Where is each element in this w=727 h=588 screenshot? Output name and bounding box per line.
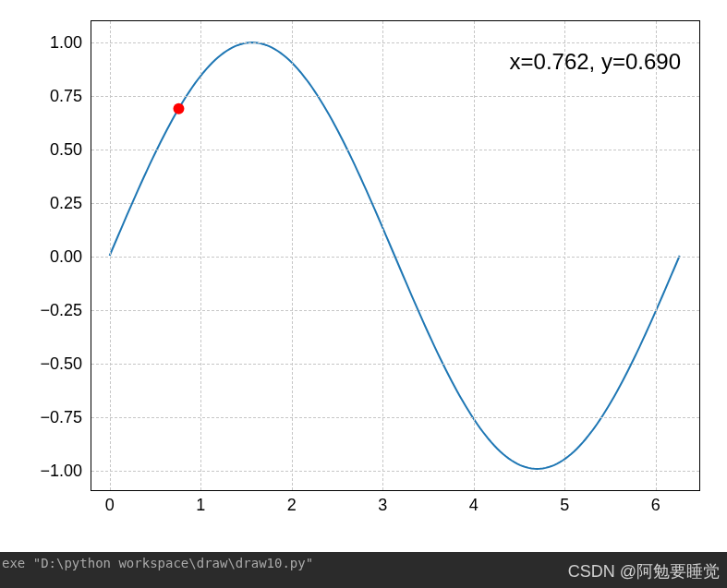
x-tick-label: 0	[105, 496, 115, 515]
grid-line-v	[656, 21, 657, 490]
grid-line-v	[292, 21, 293, 490]
terminal-bar: exe "D:\python workspace\draw\draw10.py"…	[0, 552, 727, 588]
x-tick-label: 2	[287, 496, 297, 515]
y-tick-label: −1.00	[40, 461, 82, 480]
x-tick-label: 5	[560, 496, 569, 515]
plot-area[interactable]: x=0.762, y=0.690 0123456−1.00−0.75−0.50−…	[91, 20, 700, 491]
x-tick-label: 3	[378, 496, 387, 515]
x-tick-label: 4	[469, 496, 479, 515]
sine-curve	[91, 21, 699, 490]
y-tick-label: 0.50	[50, 140, 82, 160]
watermark: CSDN @阿勉要睡觉	[568, 560, 720, 582]
grid-line-v	[564, 21, 565, 490]
grid-line-h	[91, 257, 699, 258]
y-tick-label: −0.75	[40, 407, 82, 426]
y-tick-label: 1.00	[50, 33, 82, 53]
x-tick-label: 1	[196, 496, 205, 515]
y-tick-label: 0.00	[50, 247, 82, 267]
chart-container: x=0.762, y=0.690 0123456−1.00−0.75−0.50−…	[0, 0, 727, 552]
y-tick-label: −0.50	[40, 354, 82, 373]
grid-line-v	[382, 21, 383, 490]
grid-line-h	[91, 364, 699, 365]
y-tick-label: 0.75	[50, 87, 82, 106]
grid-line-v	[110, 21, 111, 490]
grid-line-h	[91, 42, 699, 43]
marker-dot	[173, 103, 184, 114]
x-tick-label: 6	[651, 496, 660, 515]
y-tick-label: 0.25	[50, 194, 82, 213]
grid-line-h	[91, 417, 699, 418]
grid-line-h	[91, 310, 699, 311]
y-tick-label: −0.25	[40, 300, 82, 319]
grid-line-h	[91, 150, 699, 150]
grid-line-v	[200, 21, 201, 490]
grid-line-v	[474, 21, 475, 490]
grid-line-h	[91, 203, 699, 204]
grid-line-h	[91, 471, 699, 472]
grid-line-h	[91, 96, 699, 97]
